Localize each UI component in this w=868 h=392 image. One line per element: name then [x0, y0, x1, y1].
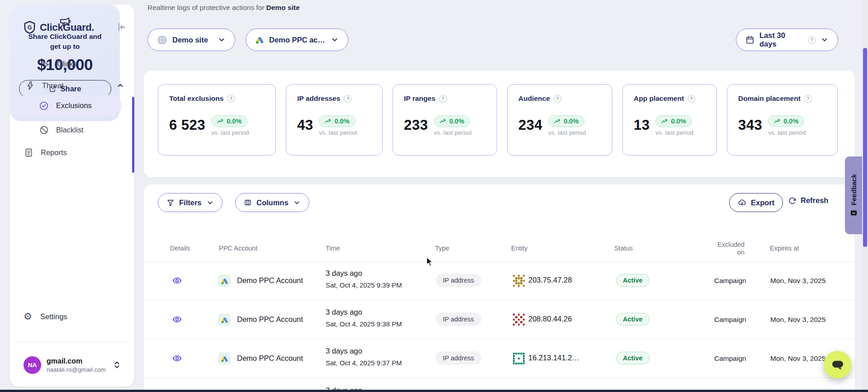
excluded-on-cell: Campaign — [714, 277, 746, 285]
google-ads-icon — [218, 274, 231, 287]
stat-value: 6 523 — [169, 118, 205, 132]
status-badge: Active — [616, 352, 650, 364]
column-header-details[interactable]: Details — [170, 245, 190, 252]
globe-icon — [157, 35, 167, 45]
column-header-entity[interactable]: Entity — [511, 245, 527, 252]
help-icon: ? — [227, 95, 235, 103]
lightning-icon — [25, 80, 35, 90]
stat-value: 234 — [518, 118, 542, 132]
page-scrollbar-thumb[interactable] — [863, 48, 867, 247]
feedback-tab-label: Feedback — [850, 174, 858, 205]
help-icon: ? — [344, 95, 351, 103]
trend-caption: vs. last period — [211, 129, 249, 136]
google-ads-icon — [255, 35, 264, 44]
user-name: gmail.com — [47, 357, 106, 365]
clickguard-shield-icon: G — [24, 21, 36, 34]
help-icon: ? — [808, 36, 816, 44]
trend-caption: vs. last period — [768, 129, 806, 136]
expires-at-cell: Mon, Nov 3, 2025 — [770, 354, 825, 363]
app-canvas: G ClickGuard. Clicks Threat — [0, 0, 868, 392]
entity-cell: 203.75.47.28 — [528, 276, 572, 284]
date-range-dropdown[interactable]: Last 30 days ? — [736, 28, 838, 51]
column-header-status[interactable]: Status — [614, 245, 633, 252]
sidebar-item-blacklist[interactable]: Blacklist — [39, 121, 84, 138]
column-header-type[interactable]: Type — [435, 245, 449, 252]
stat-card-app-placement: App placement? 13 0.0% vs. last period — [622, 84, 717, 156]
trend-caption: vs. last period — [434, 129, 471, 136]
sidebar-item-settings[interactable]: ⚙ Settings — [24, 311, 67, 322]
stat-label: Audience — [518, 94, 550, 103]
page-subtitle: Realtime logs of protective actions forD… — [147, 4, 300, 12]
table-row[interactable]: Demo PPC Account 3 days ago Sat, Oct 4, … — [144, 339, 855, 378]
view-details-eye-icon[interactable] — [172, 354, 183, 364]
export-button[interactable]: Export — [729, 193, 783, 212]
trend-up-icon — [325, 118, 332, 124]
view-details-eye-icon[interactable] — [172, 276, 183, 286]
sidebar-scrollbar[interactable] — [132, 97, 134, 173]
trend-value: 0.0% — [334, 118, 349, 125]
help-icon: ? — [804, 95, 812, 103]
site-selector-label: Demo site — [172, 36, 208, 44]
stat-label: Total exclusions — [169, 94, 223, 103]
help-icon: ? — [439, 95, 447, 103]
excluded-on-cell: Campaign — [714, 354, 746, 363]
time-absolute-cell: Sat, Oct 4, 2025 9:38 PM — [326, 320, 402, 328]
chevron-down-icon — [331, 36, 339, 44]
date-range-label: Last 30 days — [759, 31, 803, 48]
feedback-chat-icon — [850, 210, 857, 217]
sidebar-item-label: Blacklist — [56, 126, 84, 134]
help-icon: ? — [688, 95, 695, 103]
chevron-down-icon — [206, 199, 214, 207]
chat-launcher-button[interactable] — [824, 351, 851, 378]
stat-label: IP addresses — [297, 94, 340, 103]
time-relative-cell: 3 days ago — [326, 269, 362, 278]
feedback-tab[interactable]: Feedback — [845, 156, 862, 234]
columns-button-label: Columns — [256, 198, 289, 207]
sidebar: G ClickGuard. Clicks Threat — [10, 5, 134, 387]
user-email: naatali.ro@gmail.com — [47, 366, 106, 373]
avatar: NA — [24, 356, 41, 374]
stat-card-ip-ranges: IP ranges? 233 0.0% vs. last period — [393, 84, 497, 156]
funnel-icon — [166, 198, 175, 207]
sidebar-item-exclusions[interactable]: Exclusions — [15, 95, 122, 116]
brand-logo[interactable]: G ClickGuard. — [24, 21, 94, 34]
google-ads-icon — [218, 313, 231, 326]
calendar-icon — [745, 35, 754, 44]
stat-card-total-exclusions: Total exclusions? 6 523 0.0% vs. last pe… — [158, 84, 276, 156]
stat-label: Domain placement — [738, 94, 801, 103]
table-row[interactable]: Demo PPC Account 3 days ago Sat, Oct 4, … — [144, 261, 855, 300]
time-relative-cell: 3 days ago — [326, 347, 362, 355]
ppc-account-selector-dropdown[interactable]: Demo PPC ac… — [246, 28, 348, 51]
ppc-account-cell: Demo PPC Account — [237, 315, 303, 324]
column-header-time[interactable]: Time — [326, 245, 340, 252]
refresh-button[interactable]: Refresh — [788, 196, 828, 205]
ppc-account-selector-label: Demo PPC ac… — [269, 36, 325, 44]
google-ads-icon — [218, 352, 231, 365]
column-header-expires-at[interactable]: Expires at — [770, 245, 799, 252]
sidebar-collapse-icon[interactable] — [116, 22, 127, 33]
chevron-down-icon — [293, 199, 301, 207]
document-icon — [24, 147, 33, 157]
unfold-chevrons-icon — [113, 360, 121, 369]
sidebar-divider — [17, 341, 127, 342]
type-badge: IP address — [436, 351, 481, 365]
sidebar-item-threat[interactable]: Threat — [25, 77, 124, 94]
column-header-ppc-account[interactable]: PPC Account — [219, 245, 257, 252]
view-details-eye-icon[interactable] — [172, 315, 183, 325]
filters-button[interactable]: Filters — [158, 193, 223, 212]
sidebar-item-reports[interactable]: Reports — [24, 144, 67, 161]
columns-button[interactable]: Columns — [235, 193, 309, 212]
column-header-excluded-on[interactable]: Excluded on — [712, 241, 745, 256]
brand-name: ClickGuard. — [40, 22, 94, 33]
type-badge: IP address — [436, 274, 481, 287]
excluded-on-cell: Campaign — [714, 316, 746, 324]
filters-button-label: Filters — [179, 198, 202, 207]
trend-up-icon — [217, 118, 224, 124]
chevron-down-icon — [821, 36, 829, 44]
trend-value: 0.0% — [671, 118, 686, 125]
table-row[interactable]: Demo PPC Account 3 days ago Sat, Oct 4, … — [144, 300, 855, 339]
sidebar-item-clicks[interactable]: Clicks — [40, 55, 77, 72]
site-selector-dropdown[interactable]: Demo site — [147, 28, 235, 51]
trend-value: 0.0% — [564, 118, 579, 125]
user-account-switcher[interactable]: NA gmail.com naatali.ro@gmail.com — [17, 352, 127, 378]
